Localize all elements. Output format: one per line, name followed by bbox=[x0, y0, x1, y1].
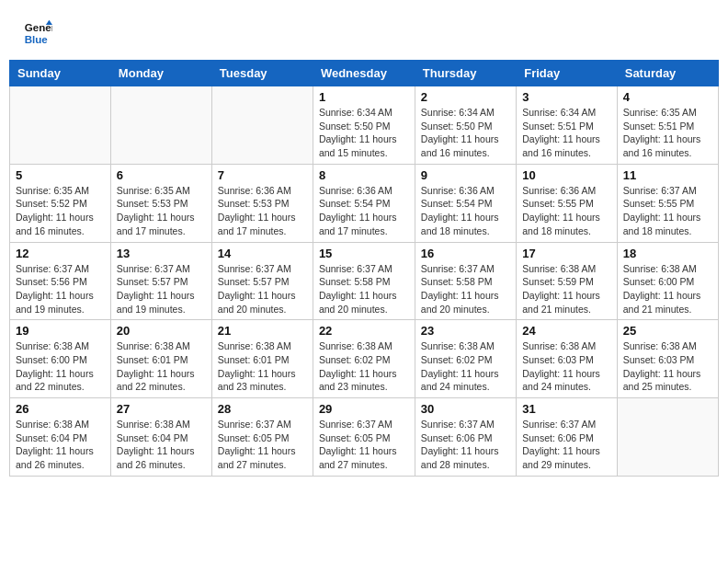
day-info: Sunrise: 6:38 AM Sunset: 6:01 PM Dayligh… bbox=[218, 339, 307, 394]
day-number: 20 bbox=[117, 324, 206, 338]
day-info: Sunrise: 6:38 AM Sunset: 6:02 PM Dayligh… bbox=[421, 339, 510, 394]
day-info: Sunrise: 6:37 AM Sunset: 5:58 PM Dayligh… bbox=[319, 262, 409, 316]
day-number: 4 bbox=[623, 90, 712, 104]
day-number: 9 bbox=[421, 168, 510, 182]
calendar-cell: 21Sunrise: 6:38 AM Sunset: 6:01 PM Dayli… bbox=[211, 320, 313, 398]
day-number: 26 bbox=[16, 402, 105, 416]
weekday-header-tuesday: Tuesday bbox=[211, 61, 313, 86]
day-info: Sunrise: 6:38 AM Sunset: 6:03 PM Dayligh… bbox=[623, 339, 712, 394]
day-number: 6 bbox=[117, 168, 206, 182]
day-info: Sunrise: 6:37 AM Sunset: 5:58 PM Dayligh… bbox=[421, 262, 510, 316]
day-number: 11 bbox=[623, 168, 712, 182]
day-info: Sunrise: 6:37 AM Sunset: 5:57 PM Dayligh… bbox=[117, 262, 206, 316]
day-info: Sunrise: 6:38 AM Sunset: 6:02 PM Dayligh… bbox=[319, 339, 409, 394]
day-info: Sunrise: 6:38 AM Sunset: 6:04 PM Dayligh… bbox=[16, 418, 105, 472]
day-info: Sunrise: 6:34 AM Sunset: 5:50 PM Dayligh… bbox=[421, 106, 510, 160]
day-number: 7 bbox=[218, 168, 307, 182]
day-info: Sunrise: 6:35 AM Sunset: 5:51 PM Dayligh… bbox=[623, 106, 712, 160]
day-number: 30 bbox=[421, 402, 510, 416]
day-number: 29 bbox=[319, 402, 409, 416]
day-number: 21 bbox=[218, 324, 307, 338]
day-info: Sunrise: 6:37 AM Sunset: 5:56 PM Dayligh… bbox=[16, 262, 105, 316]
day-number: 22 bbox=[319, 324, 409, 338]
day-info: Sunrise: 6:38 AM Sunset: 6:03 PM Dayligh… bbox=[522, 339, 611, 394]
calendar-cell bbox=[617, 398, 718, 477]
calendar-cell: 23Sunrise: 6:38 AM Sunset: 6:02 PM Dayli… bbox=[415, 320, 516, 398]
logo: General Blue bbox=[23, 18, 52, 48]
calendar-cell: 1Sunrise: 6:34 AM Sunset: 5:50 PM Daylig… bbox=[313, 86, 415, 165]
day-info: Sunrise: 6:36 AM Sunset: 5:54 PM Dayligh… bbox=[421, 184, 510, 238]
day-info: Sunrise: 6:37 AM Sunset: 6:05 PM Dayligh… bbox=[319, 418, 409, 472]
calendar-cell: 17Sunrise: 6:38 AM Sunset: 5:59 PM Dayli… bbox=[517, 242, 618, 320]
calendar-cell: 15Sunrise: 6:37 AM Sunset: 5:58 PM Dayli… bbox=[313, 242, 415, 320]
calendar-cell: 25Sunrise: 6:38 AM Sunset: 6:03 PM Dayli… bbox=[617, 320, 718, 398]
day-number: 8 bbox=[319, 168, 409, 182]
day-number: 31 bbox=[522, 402, 611, 416]
day-number: 28 bbox=[218, 402, 307, 416]
calendar-week-4: 19Sunrise: 6:38 AM Sunset: 6:00 PM Dayli… bbox=[10, 320, 719, 398]
day-number: 17 bbox=[522, 247, 611, 260]
calendar-cell: 22Sunrise: 6:38 AM Sunset: 6:02 PM Dayli… bbox=[313, 320, 415, 398]
calendar-cell: 3Sunrise: 6:34 AM Sunset: 5:51 PM Daylig… bbox=[517, 86, 618, 165]
day-info: Sunrise: 6:37 AM Sunset: 6:06 PM Dayligh… bbox=[522, 418, 611, 472]
day-number: 24 bbox=[522, 324, 611, 338]
calendar-cell: 14Sunrise: 6:37 AM Sunset: 5:57 PM Dayli… bbox=[211, 242, 313, 320]
calendar-cell: 9Sunrise: 6:36 AM Sunset: 5:54 PM Daylig… bbox=[415, 164, 516, 242]
calendar-week-1: 1Sunrise: 6:34 AM Sunset: 5:50 PM Daylig… bbox=[10, 86, 719, 165]
day-info: Sunrise: 6:34 AM Sunset: 5:51 PM Dayligh… bbox=[522, 106, 611, 160]
calendar-cell: 8Sunrise: 6:36 AM Sunset: 5:54 PM Daylig… bbox=[313, 164, 415, 242]
day-info: Sunrise: 6:36 AM Sunset: 5:55 PM Dayligh… bbox=[522, 184, 611, 238]
day-info: Sunrise: 6:37 AM Sunset: 6:05 PM Dayligh… bbox=[218, 418, 307, 472]
weekday-header-wednesday: Wednesday bbox=[313, 61, 415, 86]
day-number: 15 bbox=[319, 247, 409, 260]
day-number: 27 bbox=[117, 402, 206, 416]
day-number: 19 bbox=[16, 324, 105, 338]
day-number: 5 bbox=[16, 168, 105, 182]
day-info: Sunrise: 6:37 AM Sunset: 5:57 PM Dayligh… bbox=[218, 262, 307, 316]
day-number: 2 bbox=[421, 90, 510, 104]
calendar-cell: 7Sunrise: 6:36 AM Sunset: 5:53 PM Daylig… bbox=[211, 164, 313, 242]
day-info: Sunrise: 6:36 AM Sunset: 5:54 PM Dayligh… bbox=[319, 184, 409, 238]
calendar-table: SundayMondayTuesdayWednesdayThursdayFrid… bbox=[9, 60, 719, 477]
calendar-cell: 4Sunrise: 6:35 AM Sunset: 5:51 PM Daylig… bbox=[617, 86, 718, 165]
day-info: Sunrise: 6:35 AM Sunset: 5:53 PM Dayligh… bbox=[117, 184, 206, 238]
weekday-header-saturday: Saturday bbox=[617, 61, 718, 86]
day-number: 10 bbox=[522, 168, 611, 182]
day-number: 1 bbox=[319, 90, 409, 104]
calendar-cell: 20Sunrise: 6:38 AM Sunset: 6:01 PM Dayli… bbox=[110, 320, 211, 398]
page-header: General Blue bbox=[9, 9, 719, 52]
calendar-header-row: SundayMondayTuesdayWednesdayThursdayFrid… bbox=[10, 61, 719, 86]
day-number: 13 bbox=[117, 247, 206, 260]
calendar-cell: 28Sunrise: 6:37 AM Sunset: 6:05 PM Dayli… bbox=[211, 398, 313, 477]
day-info: Sunrise: 6:38 AM Sunset: 6:00 PM Dayligh… bbox=[623, 262, 712, 316]
day-info: Sunrise: 6:38 AM Sunset: 6:00 PM Dayligh… bbox=[16, 339, 105, 394]
calendar-week-3: 12Sunrise: 6:37 AM Sunset: 5:56 PM Dayli… bbox=[10, 242, 719, 320]
day-number: 12 bbox=[16, 247, 105, 260]
calendar-cell bbox=[211, 86, 313, 165]
day-number: 23 bbox=[421, 324, 510, 338]
calendar-cell: 24Sunrise: 6:38 AM Sunset: 6:03 PM Dayli… bbox=[517, 320, 618, 398]
calendar-cell bbox=[10, 86, 111, 165]
calendar-cell: 10Sunrise: 6:36 AM Sunset: 5:55 PM Dayli… bbox=[517, 164, 618, 242]
day-info: Sunrise: 6:35 AM Sunset: 5:52 PM Dayligh… bbox=[16, 184, 105, 238]
day-info: Sunrise: 6:38 AM Sunset: 5:59 PM Dayligh… bbox=[522, 262, 611, 316]
day-number: 16 bbox=[421, 247, 510, 260]
weekday-header-thursday: Thursday bbox=[415, 61, 516, 86]
weekday-header-sunday: Sunday bbox=[10, 61, 111, 86]
day-number: 3 bbox=[522, 90, 611, 104]
calendar-cell: 2Sunrise: 6:34 AM Sunset: 5:50 PM Daylig… bbox=[415, 86, 516, 165]
svg-text:Blue: Blue bbox=[25, 34, 49, 45]
calendar-cell: 26Sunrise: 6:38 AM Sunset: 6:04 PM Dayli… bbox=[10, 398, 111, 477]
calendar-cell: 16Sunrise: 6:37 AM Sunset: 5:58 PM Dayli… bbox=[415, 242, 516, 320]
calendar-body: 1Sunrise: 6:34 AM Sunset: 5:50 PM Daylig… bbox=[10, 86, 719, 477]
calendar-cell: 31Sunrise: 6:37 AM Sunset: 6:06 PM Dayli… bbox=[517, 398, 618, 477]
calendar-cell: 19Sunrise: 6:38 AM Sunset: 6:00 PM Dayli… bbox=[10, 320, 111, 398]
calendar-cell: 5Sunrise: 6:35 AM Sunset: 5:52 PM Daylig… bbox=[10, 164, 111, 242]
logo-icon: General Blue bbox=[23, 18, 52, 48]
day-number: 14 bbox=[218, 247, 307, 260]
calendar-cell: 30Sunrise: 6:37 AM Sunset: 6:06 PM Dayli… bbox=[415, 398, 516, 477]
calendar-cell bbox=[110, 86, 211, 165]
day-info: Sunrise: 6:37 AM Sunset: 6:06 PM Dayligh… bbox=[421, 418, 510, 472]
calendar-cell: 18Sunrise: 6:38 AM Sunset: 6:00 PM Dayli… bbox=[617, 242, 718, 320]
day-info: Sunrise: 6:37 AM Sunset: 5:55 PM Dayligh… bbox=[623, 184, 712, 238]
